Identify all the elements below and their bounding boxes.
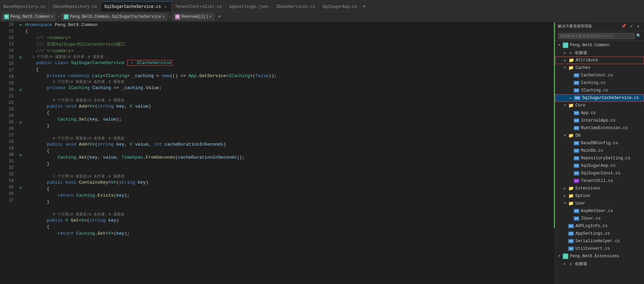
se-item-core[interactable]: ▼ 📁 Core (555, 102, 644, 109)
collapse-class[interactable]: ⊟ (17, 54, 24, 61)
code-line-14-meta: 1 个引用|0 项更改|0 名作者，0 项更改 (24, 54, 552, 60)
dep-icon: ⚙ (568, 50, 573, 55)
se-item-reposetting[interactable]: C# RepositorySetting.cs (555, 155, 644, 162)
se-item-caching[interactable]: C# Caching.cs (555, 79, 644, 87)
code-content[interactable]: ⊟namespace Peng.Net8.Common { /// <summa… (24, 22, 552, 284)
code-line-20: public void Add<V>(string key, V value) (24, 103, 552, 110)
se-item-app[interactable]: C# App.cs (555, 109, 644, 117)
code-line-16: { (24, 66, 552, 73)
se-item-user[interactable]: ▼ 📁 User (555, 200, 644, 207)
chevron-right-icon-ext: ▶ (562, 186, 568, 191)
code-line-25-meta: 0 个引用|0 项更改|0 名作者，0 项更改 (24, 136, 552, 141)
tab-tenant[interactable]: TenantController.cs (172, 1, 226, 12)
se-label-icaching: ICaching.cs (581, 88, 643, 93)
cs-icon-iuser: C# (574, 217, 579, 221)
breadcrumb-class[interactable]: C Peng.Net8.Common.SqlSugarCacheService … (61, 13, 167, 21)
code-line-14: /// </summary> (24, 48, 552, 54)
tab-sqlsugar-cache[interactable]: SqlSugarCacheService.cs ✕ (101, 1, 172, 12)
se-item-db[interactable]: ▼ 📁 DB (555, 132, 644, 139)
collapse-method-2[interactable]: ⊟ (17, 119, 24, 126)
tab-close-btn[interactable]: ✕ (163, 4, 168, 9)
se-item-caches[interactable]: ▼ 📁 Caches (555, 64, 644, 72)
project-icon-ext: ⬡ (563, 254, 568, 259)
se-item-dep[interactable]: ▶ ⚙ 依赖项 (555, 49, 644, 57)
se-item-runtimeext[interactable]: C# RuntimeExtension.cs (555, 124, 644, 132)
cs-icon-reposetting: C# (574, 156, 579, 160)
se-move-btn[interactable]: ⤢ (628, 23, 634, 29)
se-item-attribute[interactable]: ▶ 📁 Attribute (555, 57, 644, 64)
dep-icon-ext: ⚙ (568, 261, 573, 266)
se-label-iuser: IUser.cs (581, 216, 643, 221)
se-item-utilconvert[interactable]: C# UtilConvert.cs (555, 245, 644, 252)
breadcrumb-method-label: RemoveAll() (181, 14, 208, 19)
breadcrumb-method[interactable]: M RemoveAll() ▼ (172, 13, 215, 21)
cs-icon-tenantutil: C# (574, 179, 579, 183)
se-item-internalapp[interactable]: C# InternalApp.cs (555, 117, 644, 124)
se-item-extensions[interactable]: ▶ 📁 Extensions (555, 185, 644, 192)
se-item-root-project[interactable]: ▼ ⬡ Peng.Net8.Common (555, 41, 644, 49)
se-search-input[interactable] (558, 33, 635, 39)
chevron-down-icon-user: ▼ (562, 201, 568, 206)
collapse-method-3[interactable]: ⊟ (17, 152, 24, 158)
breadcrumb-add-btn[interactable]: + (216, 13, 223, 21)
se-item-aspnetuser[interactable]: C# AspNetUser.cs (555, 207, 644, 215)
tab-ibase-repo[interactable]: IBaseRepository.cs (49, 1, 101, 12)
app-container: BaseRepository.cs IBaseRepository.cs Sql… (0, 0, 644, 284)
code-line-18: private ICaching Caching => _caching.Val… (24, 85, 552, 91)
folder-icon-core: 📁 (568, 103, 574, 108)
se-tree[interactable]: ▼ ⬡ Peng.Net8.Common ▶ ⚙ 依赖项 ▶ 📁 Attribu… (555, 41, 644, 284)
se-pin-btn[interactable]: 📌 (621, 23, 627, 29)
se-item-iuser[interactable]: C# IUser.cs (555, 215, 644, 222)
folder-icon-user: 📁 (568, 201, 574, 206)
se-close-btn[interactable]: ✕ (635, 23, 641, 29)
se-label-basedbconfig: BaseDBConfig.cs (581, 141, 643, 146)
code-line-12: /// <summary> (24, 35, 552, 41)
collapse-method-1[interactable]: ⊟ (17, 87, 24, 93)
se-item-maindb[interactable]: C# MainDb.cs (555, 147, 644, 155)
search-icon: 🔍 (636, 33, 641, 38)
se-title: 解决方案资源管理器 (558, 24, 592, 29)
collapse-method-4[interactable]: ⊟ (17, 184, 24, 191)
cs-icon-cacheconst: C# (574, 73, 579, 77)
se-item-sqlsugaraop[interactable]: C# SqlSugarAop.cs (555, 162, 644, 170)
se-item-ext-dep[interactable]: ▶ ⚙ 依赖项 (555, 260, 644, 268)
se-item-serializehelper[interactable]: C# SerializeHelper.cs (555, 237, 644, 245)
se-label-aoploginfo: AOPLogInfo.cs (575, 224, 643, 229)
code-line-29 (24, 167, 552, 174)
tab-appsettings[interactable]: appsettings.json (226, 1, 272, 12)
chevron-down-icon-db: ▼ (562, 133, 568, 138)
se-label-user: User (575, 201, 643, 206)
se-label-utilconvert: UtilConvert.cs (575, 246, 643, 251)
se-item-icaching[interactable]: C# ICaching.cs (555, 87, 644, 94)
spacer9 (568, 156, 573, 161)
breadcrumb-separator-2: › (169, 14, 171, 19)
se-label-internalapp: InternalApp.cs (581, 118, 643, 123)
code-line-33: } (24, 199, 552, 205)
breadcrumb-namespace[interactable]: N Peng.Net8.Common ▼ (1, 13, 56, 21)
tab-overflow-btn[interactable]: ≡ (361, 1, 368, 12)
se-item-tenantutil[interactable]: C# TenantUtil.cs (555, 177, 644, 185)
code-line-26: { (24, 148, 552, 154)
se-item-aoploginfo[interactable]: C# AOPLogInfo.cs (555, 222, 644, 230)
tab-base-repo[interactable]: BaseRepository.cs (0, 1, 49, 12)
se-item-basedbconfig[interactable]: C# BaseDBConfig.cs (555, 139, 644, 147)
se-label-db: DB (575, 133, 643, 138)
se-item-cacheconst[interactable]: C# CacheConst.cs (555, 72, 644, 79)
se-item-ext-project[interactable]: ▼ ⬡ Peng.Net8.Extensions (555, 252, 644, 260)
cs-icon-utilconvert: C# (568, 247, 574, 251)
se-item-option[interactable]: ▶ 📁 Option (555, 192, 644, 200)
tab-sqlsugar-aop[interactable]: SqlSugarAop.cs (319, 1, 361, 12)
spacer14 (568, 216, 573, 221)
tab-ibase-services[interactable]: IBaseServices.cs (272, 1, 319, 12)
breadcrumb-class-label: Peng.Net8.Common.SqlSugarCacheService (70, 14, 161, 19)
chevron-right-icon-opt: ▶ (562, 193, 568, 199)
se-item-appsettings[interactable]: C# AppSettings.cs (555, 230, 644, 237)
se-label-app: App.cs (581, 111, 643, 115)
code-line-17-meta: 9 个引用|0 项更改|0 名作者，0 项更改 (24, 79, 552, 85)
chevron-right-icon-ssc: ▶ (568, 95, 573, 101)
se-item-sqlsugarconst[interactable]: C# SqlSugarConst.cs (555, 170, 644, 177)
se-item-sqlsugar-cache[interactable]: ▶ +C# SqlSugarCacheService.cs (555, 94, 644, 102)
se-header: 解决方案资源管理器 📌 ⤢ ✕ (555, 22, 644, 31)
code-line-35-meta: 0 个引用|0 项更改|0 名作者，0 项更改 (24, 212, 552, 217)
folder-icon-attribute: 📁 (569, 58, 574, 63)
